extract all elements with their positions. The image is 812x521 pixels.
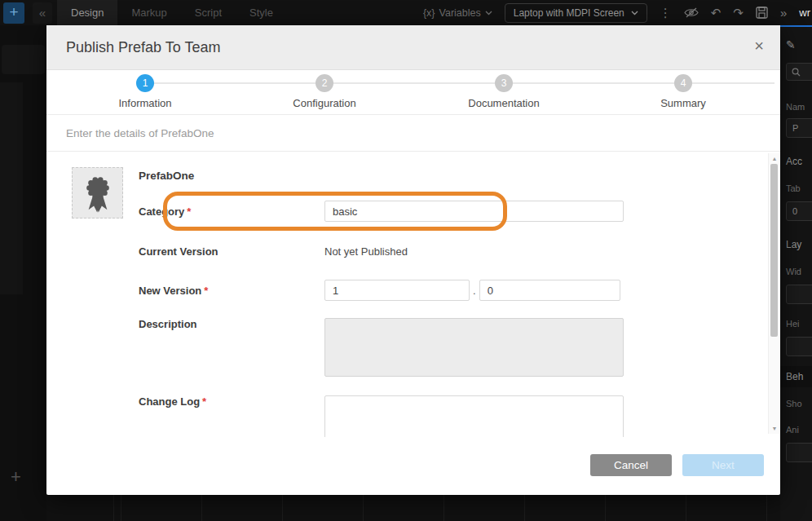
step-label: Information bbox=[80, 97, 210, 109]
variables-dropdown[interactable]: {x} Variables bbox=[423, 7, 492, 19]
behavior-section-header[interactable]: Beh bbox=[786, 371, 803, 382]
change-log-row: Change Log* bbox=[139, 395, 624, 437]
cancel-button[interactable]: Cancel bbox=[590, 454, 672, 476]
category-label-text: Category bbox=[139, 205, 184, 218]
change-log-label: Change Log* bbox=[139, 395, 324, 408]
device-selector-value: Laptop with MDPI Screen bbox=[514, 7, 624, 19]
change-log-label-text: Change Log bbox=[139, 395, 200, 408]
layout-section-header[interactable]: Lay bbox=[786, 239, 801, 250]
step-number-badge: 3 bbox=[495, 74, 513, 92]
wizard-stepper: 1 Information 2 Configuration 3 Document… bbox=[46, 70, 780, 115]
version-separator: . bbox=[473, 285, 476, 297]
required-marker: * bbox=[187, 205, 191, 218]
dialog-scrollbar[interactable]: ▲ ▼ bbox=[768, 153, 779, 434]
redo-icon[interactable]: ↷ bbox=[733, 0, 744, 25]
tabindex-property-label: Tab bbox=[786, 183, 801, 193]
variables-label: Variables bbox=[439, 7, 481, 19]
step-documentation[interactable]: 3 Documentation bbox=[439, 74, 569, 109]
accessibility-section-header[interactable]: Acc bbox=[786, 156, 802, 167]
scroll-up-icon[interactable]: ▲ bbox=[769, 156, 780, 161]
dialog-header: Publish Prefab To Team × bbox=[46, 25, 780, 70]
pencil-icon[interactable]: ✎ bbox=[786, 38, 796, 51]
tabindex-property-input[interactable]: 0 bbox=[786, 201, 812, 221]
required-marker: * bbox=[204, 285, 208, 297]
new-version-row: New Version* . bbox=[139, 280, 620, 301]
step-summary[interactable]: 4 Summary bbox=[618, 74, 748, 109]
collapse-panel-icon[interactable]: « bbox=[33, 2, 52, 24]
scrollbar-thumb[interactable] bbox=[770, 164, 778, 337]
step-label: Summary bbox=[618, 97, 748, 109]
tab-design[interactable]: Design bbox=[57, 0, 117, 25]
toolbar-right-cluster: {x} Variables Laptop with MDPI Screen ⋮ … bbox=[423, 0, 812, 25]
tab-style[interactable]: Style bbox=[236, 0, 287, 25]
version-minor-input[interactable] bbox=[479, 280, 620, 301]
dialog-title: Publish Prefab To Team bbox=[66, 39, 220, 56]
category-input[interactable] bbox=[324, 201, 624, 222]
kebab-menu-icon[interactable]: ⋮ bbox=[660, 0, 672, 25]
canvas-guide-line bbox=[780, 25, 812, 27]
dialog-form-body: PrefabOne Category* Current Version Not … bbox=[46, 152, 780, 437]
step-label: Documentation bbox=[439, 97, 569, 109]
step-number-badge: 1 bbox=[136, 74, 154, 92]
left-rail: + bbox=[0, 25, 46, 521]
description-row: Description bbox=[139, 318, 624, 377]
description-textarea bbox=[324, 318, 624, 377]
category-label: Category* bbox=[139, 205, 324, 218]
dialog-subtitle: Enter the details of PrefabOne bbox=[46, 115, 780, 152]
chevron-down-icon bbox=[485, 11, 492, 15]
step-number-badge: 4 bbox=[674, 74, 692, 92]
height-property-label: Hei bbox=[786, 319, 800, 329]
next-button[interactable]: Next bbox=[682, 454, 764, 476]
step-configuration[interactable]: 2 Configuration bbox=[259, 74, 390, 109]
chevron-down-icon bbox=[631, 11, 638, 15]
eye-off-icon[interactable] bbox=[684, 7, 699, 18]
property-search-input[interactable] bbox=[786, 63, 812, 81]
step-information[interactable]: 1 Information bbox=[80, 74, 210, 109]
editor-tabs: Design Markup Script Style bbox=[57, 0, 287, 25]
change-log-textarea[interactable] bbox=[324, 395, 624, 437]
expand-panel-icon[interactable]: » bbox=[780, 0, 787, 25]
name-property-label: Nam bbox=[786, 102, 805, 112]
animation-property-input[interactable] bbox=[786, 443, 812, 462]
design-canvas-grid bbox=[46, 495, 780, 521]
name-property-input[interactable]: P bbox=[786, 118, 812, 138]
undo-icon[interactable]: ↶ bbox=[711, 0, 722, 25]
tab-script[interactable]: Script bbox=[181, 0, 236, 25]
new-version-label: New Version* bbox=[139, 285, 324, 297]
scroll-down-icon[interactable]: ▼ bbox=[769, 426, 780, 431]
app-screen: + « Design Markup Script Style {x} Varia… bbox=[0, 0, 812, 521]
device-selector[interactable]: Laptop with MDPI Screen bbox=[505, 3, 647, 23]
step-number-badge: 2 bbox=[316, 74, 333, 92]
toolbar-clipped-text: wr bbox=[799, 7, 812, 19]
show-property-label: Sho bbox=[786, 399, 802, 408]
prefab-icon-box bbox=[72, 167, 123, 219]
current-version-row: Current Version Not yet Published bbox=[139, 243, 408, 259]
rail-panel-block bbox=[0, 82, 23, 294]
animation-property-label: Ani bbox=[786, 425, 799, 435]
required-marker: * bbox=[202, 395, 206, 408]
version-major-input[interactable] bbox=[324, 280, 470, 301]
category-row: Category* bbox=[139, 201, 624, 222]
add-widget-icon[interactable]: + bbox=[3, 2, 24, 24]
current-version-label: Current Version bbox=[139, 245, 324, 258]
rail-panel-block bbox=[2, 45, 45, 74]
prefab-name-heading: PrefabOne bbox=[139, 170, 194, 182]
publish-prefab-dialog: Publish Prefab To Team × 1 Information 2… bbox=[46, 25, 780, 495]
save-icon[interactable] bbox=[756, 7, 768, 19]
current-version-value: Not yet Published bbox=[324, 245, 408, 258]
properties-panel-edge: ✎ Nam P Acc Tab 0 Lay Wid Hei Beh Sho An… bbox=[780, 25, 812, 521]
rosette-badge-icon bbox=[77, 172, 119, 214]
width-property-input[interactable] bbox=[786, 285, 812, 304]
search-icon bbox=[792, 68, 801, 77]
dialog-footer: Cancel Next bbox=[46, 437, 780, 493]
new-version-label-text: New Version bbox=[139, 285, 201, 297]
width-property-label: Wid bbox=[786, 267, 801, 276]
top-toolbar: + « Design Markup Script Style {x} Varia… bbox=[0, 0, 812, 25]
description-label: Description bbox=[139, 318, 324, 330]
close-icon[interactable]: × bbox=[754, 37, 764, 55]
height-property-input[interactable] bbox=[786, 337, 812, 356]
tab-markup[interactable]: Markup bbox=[117, 0, 180, 25]
add-page-icon[interactable]: + bbox=[11, 466, 21, 488]
variables-icon: {x} bbox=[423, 7, 435, 19]
step-label: Configuration bbox=[259, 97, 390, 109]
